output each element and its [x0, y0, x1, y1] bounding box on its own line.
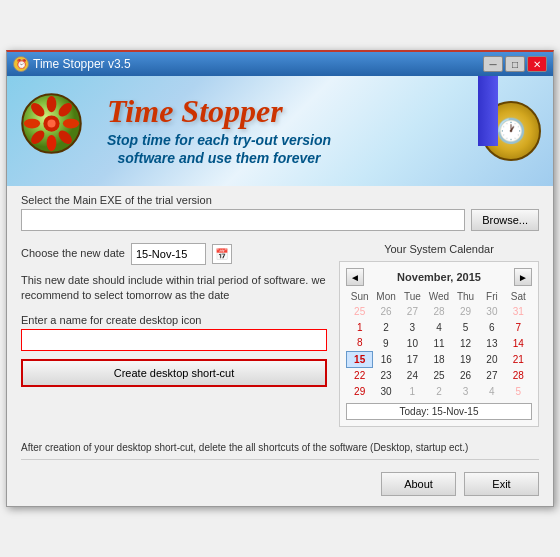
cal-day[interactable]: 27 — [399, 303, 425, 319]
exe-input[interactable] — [21, 209, 465, 231]
exe-input-row: Browse... — [21, 209, 539, 231]
cal-day[interactable]: 16 — [373, 351, 399, 367]
banner-subtitle: Stop time for each try-out version softw… — [107, 131, 331, 167]
calendar-week-6: 29 30 1 2 3 4 5 — [347, 383, 532, 399]
cal-header-fri: Fri — [479, 290, 505, 303]
calendar-grid: Sun Mon Tue Wed Thu Fri Sat 25 — [346, 290, 532, 399]
calendar-week-3: 8 9 10 11 12 13 14 — [347, 335, 532, 351]
create-shortcut-button[interactable]: Create desktop short-cut — [21, 359, 327, 387]
banner-title: Time Stopper — [107, 95, 283, 127]
cal-header-sun: Sun — [347, 290, 373, 303]
cal-day[interactable]: 2 — [426, 383, 453, 399]
date-input[interactable] — [131, 243, 206, 265]
cal-day[interactable]: 30 — [373, 383, 399, 399]
cal-day[interactable]: 28 — [505, 367, 531, 383]
cal-day[interactable]: 12 — [452, 335, 478, 351]
cal-day[interactable]: 28 — [426, 303, 453, 319]
cal-day[interactable]: 3 — [399, 319, 425, 335]
cal-day[interactable]: 17 — [399, 351, 425, 367]
calendar-nav: ◄ November, 2015 ► — [346, 268, 532, 286]
cal-day[interactable]: 25 — [426, 367, 453, 383]
cal-day[interactable]: 29 — [347, 383, 373, 399]
calendar-week-4: 15 16 17 18 19 20 21 — [347, 351, 532, 367]
app-icon: ⏰ — [13, 56, 29, 72]
cal-day[interactable]: 6 — [479, 319, 505, 335]
footer-note: After creation of your desktop short-cut… — [7, 437, 553, 459]
bottom-buttons: About Exit — [7, 466, 553, 506]
window-controls: ─ □ ✕ — [483, 56, 547, 72]
calendar-next-button[interactable]: ► — [514, 268, 532, 286]
cal-day[interactable]: 1 — [347, 319, 373, 335]
cal-header-mon: Mon — [373, 290, 399, 303]
cal-day[interactable]: 21 — [505, 351, 531, 367]
date-label: Choose the new date — [21, 247, 125, 259]
title-bar: ⏰ Time Stopper v3.5 ─ □ ✕ — [7, 52, 553, 76]
calendar-header-row: Sun Mon Tue Wed Thu Fri Sat — [347, 290, 532, 303]
cal-day[interactable]: 1 — [399, 383, 425, 399]
cal-day-today[interactable]: 15 — [347, 351, 373, 367]
cal-header-sat: Sat — [505, 290, 531, 303]
cal-day[interactable]: 2 — [373, 319, 399, 335]
cal-day[interactable]: 11 — [426, 335, 453, 351]
close-button[interactable]: ✕ — [527, 56, 547, 72]
calendar-week-2: 1 2 3 4 5 6 7 — [347, 319, 532, 335]
exit-button[interactable]: Exit — [464, 472, 539, 496]
calendar-body: 25 26 27 28 29 30 31 1 2 3 — [347, 303, 532, 399]
cal-day[interactable]: 23 — [373, 367, 399, 383]
minimize-button[interactable]: ─ — [483, 56, 503, 72]
svg-point-1 — [47, 96, 57, 112]
about-button[interactable]: About — [381, 472, 456, 496]
cal-header-tue: Tue — [399, 290, 425, 303]
svg-point-10 — [47, 119, 55, 127]
cal-day[interactable]: 14 — [505, 335, 531, 351]
name-label: Enter a name for create desktop icon — [21, 314, 327, 326]
info-text: This new date should include within tria… — [21, 273, 327, 304]
cal-day[interactable]: 24 — [399, 367, 425, 383]
cal-day[interactable]: 18 — [426, 351, 453, 367]
cal-day[interactable]: 9 — [373, 335, 399, 351]
name-input[interactable] — [21, 329, 327, 351]
svg-point-3 — [63, 119, 79, 129]
cal-day[interactable]: 19 — [452, 351, 478, 367]
cal-day[interactable]: 4 — [426, 319, 453, 335]
cal-day[interactable]: 13 — [479, 335, 505, 351]
calendar-week-1: 25 26 27 28 29 30 31 — [347, 303, 532, 319]
cal-day[interactable]: 3 — [452, 383, 478, 399]
svg-point-5 — [47, 135, 57, 151]
exe-section: Select the Main EXE of the trial version… — [7, 186, 553, 243]
cal-day[interactable]: 26 — [373, 303, 399, 319]
calendar-widget: ◄ November, 2015 ► Sun Mon Tue Wed Thu F… — [339, 261, 539, 427]
cal-day[interactable]: 8 — [347, 335, 373, 351]
flower-icon — [19, 91, 84, 156]
browse-button[interactable]: Browse... — [471, 209, 539, 231]
left-panel: Choose the new date 📅 This new date shou… — [21, 243, 327, 427]
window-title: Time Stopper v3.5 — [33, 57, 131, 71]
cal-day[interactable]: 31 — [505, 303, 531, 319]
cal-header-thu: Thu — [452, 290, 478, 303]
cal-day[interactable]: 30 — [479, 303, 505, 319]
cal-day[interactable]: 7 — [505, 319, 531, 335]
calendar-month: November, 2015 — [397, 271, 481, 283]
divider — [21, 459, 539, 460]
cal-day[interactable]: 26 — [452, 367, 478, 383]
cal-day[interactable]: 10 — [399, 335, 425, 351]
date-row: Choose the new date 📅 — [21, 243, 327, 265]
ribbon-decoration — [478, 76, 498, 146]
calendar-prev-button[interactable]: ◄ — [346, 268, 364, 286]
cal-day[interactable]: 27 — [479, 367, 505, 383]
cal-day[interactable]: 4 — [479, 383, 505, 399]
calendar-picker-icon[interactable]: 📅 — [212, 244, 232, 264]
banner: Time Stopper Stop time for each try-out … — [7, 76, 553, 186]
main-window: ⏰ Time Stopper v3.5 ─ □ ✕ — [6, 50, 554, 507]
cal-day[interactable]: 5 — [452, 319, 478, 335]
cal-day[interactable]: 29 — [452, 303, 478, 319]
cal-day[interactable]: 5 — [505, 383, 531, 399]
exe-label: Select the Main EXE of the trial version — [21, 194, 539, 206]
right-panel: Your System Calendar ◄ November, 2015 ► … — [339, 243, 539, 427]
cal-day[interactable]: 22 — [347, 367, 373, 383]
banner-logo — [19, 91, 99, 171]
cal-day[interactable]: 20 — [479, 351, 505, 367]
maximize-button[interactable]: □ — [505, 56, 525, 72]
cal-day[interactable]: 25 — [347, 303, 373, 319]
calendar-title: Your System Calendar — [339, 243, 539, 255]
